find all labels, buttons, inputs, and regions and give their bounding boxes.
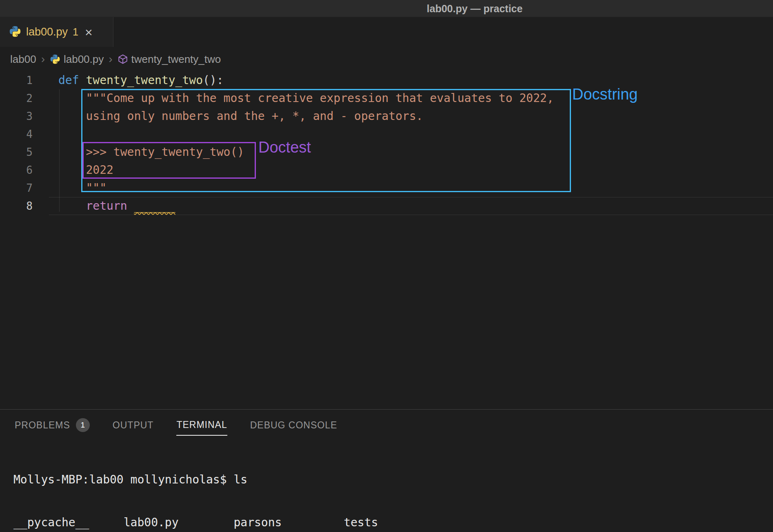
punctuation: (): bbox=[203, 73, 224, 87]
editor-tab-bar: lab00.py 1 × bbox=[0, 17, 773, 47]
tab-close-icon[interactable]: × bbox=[85, 26, 93, 39]
docstring-close-quotes: """ bbox=[58, 181, 107, 195]
python-file-icon bbox=[50, 54, 60, 64]
tab-output[interactable]: OUTPUT bbox=[113, 415, 154, 436]
code-text[interactable]: """ bbox=[58, 179, 773, 197]
tab-debug-console-label: DEBUG CONSOLE bbox=[250, 420, 338, 431]
docstring-text: using only numbers and the +, *, and - o… bbox=[58, 109, 423, 123]
breadcrumb-separator: › bbox=[109, 53, 112, 66]
code-text[interactable]: return ______ bbox=[58, 197, 773, 215]
tab-terminal-label: TERMINAL bbox=[176, 419, 227, 430]
breadcrumb-separator: › bbox=[41, 53, 45, 66]
terminal-line: __pycache__ lab00.py parsons tests bbox=[13, 515, 773, 530]
line-number[interactable]: 8 bbox=[0, 197, 33, 215]
blank-placeholder-warning: ______ bbox=[134, 199, 175, 213]
breadcrumb: lab00 › lab00.py › twenty_twenty_two bbox=[0, 47, 773, 71]
line-number[interactable]: 4 bbox=[0, 125, 33, 143]
breadcrumb-file[interactable]: lab00.py bbox=[50, 53, 104, 66]
breadcrumb-symbol-label: twenty_twenty_two bbox=[131, 53, 221, 66]
docstring-annotation-label: Docstring bbox=[572, 86, 638, 103]
panel-tab-bar: PROBLEMS 1 OUTPUT TERMINAL DEBUG CONSOLE bbox=[15, 415, 337, 436]
line-number[interactable]: 6 bbox=[0, 161, 33, 179]
code-text[interactable] bbox=[58, 125, 773, 143]
code-line-8-current: 8 return ______ bbox=[0, 197, 773, 215]
code-line-2: 2 """Come up with the most creative expr… bbox=[0, 89, 773, 107]
tab-filename: lab00.py bbox=[26, 26, 68, 38]
code-line-4: 4 bbox=[0, 125, 773, 143]
symbol-cube-icon bbox=[118, 54, 128, 64]
breadcrumb-file-label: lab00.py bbox=[64, 53, 104, 66]
line-number[interactable]: 5 bbox=[0, 143, 33, 161]
tab-terminal[interactable]: TERMINAL bbox=[176, 415, 227, 436]
code-line-7: 7 """ bbox=[0, 179, 773, 197]
code-line-6: 6 2022 bbox=[0, 161, 773, 179]
code-text[interactable]: >>> twenty_twenty_two() bbox=[58, 143, 773, 161]
python-file-icon bbox=[9, 25, 21, 39]
problems-count-badge: 1 bbox=[76, 418, 90, 432]
tab-dirty-count: 1 bbox=[73, 26, 78, 38]
line-number[interactable]: 3 bbox=[0, 107, 33, 125]
docstring-text: """Come up with the most creative expres… bbox=[58, 91, 554, 105]
code-text[interactable]: """Come up with the most creative expres… bbox=[58, 89, 773, 107]
doctest-annotation-label: Doctest bbox=[258, 139, 311, 156]
function-name: twenty_twenty_two bbox=[86, 73, 203, 87]
keyword-return: return bbox=[58, 199, 134, 213]
doctest-expected-output: 2022 bbox=[58, 163, 113, 177]
tab-output-label: OUTPUT bbox=[113, 420, 154, 431]
tab-debug-console[interactable]: DEBUG CONSOLE bbox=[250, 415, 338, 436]
indent-guide bbox=[59, 89, 60, 212]
code-text[interactable]: using only numbers and the +, *, and - o… bbox=[58, 107, 773, 125]
line-number[interactable]: 2 bbox=[0, 89, 33, 107]
tab-problems[interactable]: PROBLEMS 1 bbox=[15, 415, 90, 436]
breadcrumb-symbol[interactable]: twenty_twenty_two bbox=[118, 53, 221, 66]
line-number[interactable]: 7 bbox=[0, 179, 33, 197]
tab-problems-label: PROBLEMS bbox=[15, 420, 70, 431]
code-line-1: 1 def twenty_twenty_two(): bbox=[0, 71, 773, 89]
window-title: lab00.py — practice bbox=[427, 2, 523, 14]
terminal-line: Mollys-MBP:lab00 mollynicholas$ ls bbox=[13, 472, 773, 487]
code-line-5: 5 >>> twenty_twenty_two() bbox=[0, 143, 773, 161]
tab-lab00-py[interactable]: lab00.py 1 × bbox=[0, 17, 113, 47]
vscode-window: lab00.py — practice lab00.py 1 × lab00 › bbox=[0, 0, 773, 532]
code-editor[interactable]: 1 def twenty_twenty_two(): 2 """Come up … bbox=[0, 71, 773, 215]
breadcrumb-folder-label: lab00 bbox=[10, 53, 36, 66]
code-text[interactable]: 2022 bbox=[58, 161, 773, 179]
code-text[interactable]: def twenty_twenty_two(): bbox=[58, 71, 773, 89]
terminal[interactable]: Mollys-MBP:lab00 mollynicholas$ ls __pyc… bbox=[13, 444, 773, 532]
keyword-def: def bbox=[58, 73, 86, 87]
title-bar: lab00.py — practice bbox=[0, 0, 773, 17]
code-line-3: 3 using only numbers and the +, *, and -… bbox=[0, 107, 773, 125]
line-number[interactable]: 1 bbox=[0, 71, 33, 89]
doctest-prompt-line: >>> twenty_twenty_two() bbox=[58, 145, 244, 159]
panel-divider bbox=[0, 409, 773, 410]
breadcrumb-folder[interactable]: lab00 bbox=[10, 53, 36, 66]
